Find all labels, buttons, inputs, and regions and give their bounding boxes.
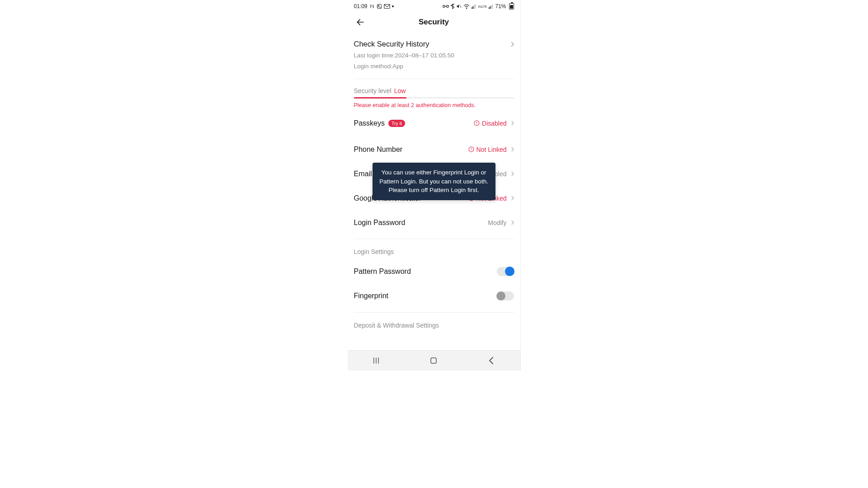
last-login-time: Last login time:2024–08–17 01:05:50 (354, 51, 514, 60)
pattern-password-title: Pattern Password (354, 267, 411, 276)
back-button[interactable] (354, 16, 367, 28)
phone-number-status: Not Linked (468, 146, 514, 153)
chevron-right-icon (511, 147, 514, 152)
android-navbar (348, 350, 520, 371)
svg-point-1 (378, 5, 379, 6)
login-password-title: Login Password (354, 219, 406, 227)
page-title: Security (348, 18, 520, 27)
svg-rect-13 (490, 6, 491, 9)
phone-number-title: Phone Number (354, 145, 403, 154)
svg-rect-12 (489, 7, 490, 9)
svg-rect-10 (474, 5, 475, 9)
passkeys-row[interactable]: Passkeys Try it Disabled (354, 119, 514, 127)
toast-message: You can use either Fingerprint Login or … (373, 163, 495, 200)
phone-frame: 01:09 (348, 0, 521, 371)
nfc-icon (369, 4, 375, 9)
svg-line-6 (459, 5, 461, 8)
chevron-right-icon (511, 121, 514, 126)
passkeys-title: Passkeys (354, 119, 385, 127)
battery-icon (509, 3, 514, 9)
chevron-right-icon (510, 42, 514, 47)
divider (354, 312, 514, 313)
login-settings-label: Login Settings (354, 248, 514, 255)
signal-icon-2 (489, 4, 493, 9)
divider (354, 79, 514, 79)
pattern-password-toggle[interactable] (497, 267, 514, 276)
security-level-label: Security level (354, 87, 392, 94)
divider (354, 239, 514, 239)
dot-icon (392, 5, 394, 7)
picture-icon (377, 4, 382, 9)
passkeys-status-text: Disabled (482, 120, 506, 127)
security-level-row: Security level Low (354, 87, 514, 94)
try-it-badge: Try it (388, 120, 405, 127)
statusbar: 01:09 (348, 0, 520, 13)
login-password-status: Modify (488, 219, 514, 226)
svg-rect-11 (475, 4, 476, 9)
header: Security (348, 13, 520, 32)
vpn-key-icon (443, 4, 449, 9)
svg-rect-15 (492, 4, 493, 9)
svg-point-7 (466, 8, 467, 9)
bluetooth-icon (451, 4, 454, 9)
svg-rect-2 (384, 5, 389, 9)
chevron-right-icon (511, 196, 514, 201)
svg-point-19 (476, 124, 477, 125)
phone-number-status-text: Not Linked (476, 146, 507, 153)
chevron-right-icon (511, 220, 514, 225)
recents-button[interactable] (367, 352, 385, 370)
fingerprint-title: Fingerprint (354, 292, 388, 300)
battery-percent: 71% (495, 3, 506, 9)
svg-rect-14 (491, 5, 492, 9)
statusbar-time: 01:09 (354, 3, 368, 9)
fingerprint-row[interactable]: Fingerprint (354, 291, 514, 300)
security-level-value: Low (394, 87, 406, 94)
svg-rect-8 (472, 7, 472, 9)
gmail-icon (384, 4, 390, 9)
mute-icon (456, 4, 462, 9)
passkeys-status: Disabled (474, 120, 514, 127)
svg-point-3 (392, 5, 394, 7)
security-level-bar (354, 97, 514, 99)
fingerprint-toggle[interactable] (497, 291, 514, 300)
pattern-password-row[interactable]: Pattern Password (354, 267, 514, 276)
svg-point-22 (471, 150, 472, 151)
chevron-right-icon (511, 171, 514, 176)
email-title: Email (354, 170, 372, 178)
arrow-left-icon (356, 18, 365, 27)
svg-rect-9 (472, 6, 473, 9)
login-method: Login method:App (354, 62, 514, 71)
alert-circle-icon (468, 146, 474, 152)
security-level-hint: Please enable at least 2 authentication … (354, 102, 514, 108)
svg-point-5 (447, 5, 449, 8)
svg-point-4 (443, 5, 445, 8)
deposit-withdrawal-settings-label: Deposit & Withdrawal Settings (354, 322, 514, 329)
security-history-row[interactable]: Check Security History (354, 35, 514, 48)
home-button[interactable] (425, 352, 443, 370)
login-password-row[interactable]: Login Password Modify (354, 219, 514, 227)
wifi-icon (463, 4, 470, 9)
security-history-title: Check Security History (354, 40, 429, 48)
svg-rect-29 (431, 358, 436, 363)
phone-number-row[interactable]: Phone Number Not Linked (354, 145, 514, 154)
login-password-status-text: Modify (488, 219, 506, 226)
signal-icon-1 (472, 4, 476, 9)
back-nav-button[interactable] (482, 352, 500, 370)
alert-circle-icon (474, 120, 480, 126)
volte-label: VoLTE (478, 5, 487, 8)
